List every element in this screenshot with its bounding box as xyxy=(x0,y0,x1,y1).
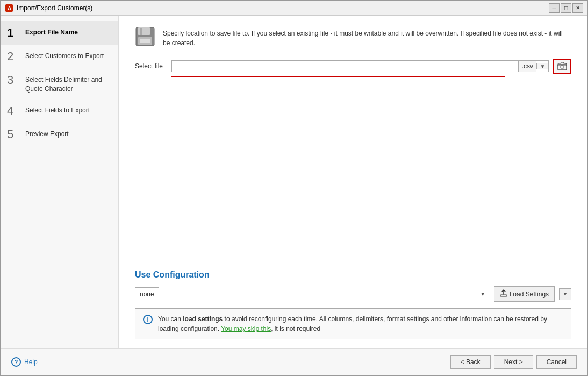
back-button[interactable]: < Back xyxy=(450,355,491,369)
file-browse-button[interactable] xyxy=(553,59,571,74)
config-section: Use Configuration none xyxy=(135,261,571,339)
file-input-wrapper: .csv ▼ xyxy=(171,60,549,72)
svg-rect-4 xyxy=(140,28,142,35)
file-row: Select file .csv ▼ xyxy=(135,59,571,74)
main-content: Specify location to save file to. If you… xyxy=(119,16,587,348)
info-suffix: , it is not required xyxy=(271,325,320,332)
spacer xyxy=(119,88,587,261)
info-bold: load settings xyxy=(183,315,223,323)
window-title: Import/Export Customer(s) xyxy=(17,4,92,12)
step-label-2: Select Customers to Export xyxy=(25,50,104,61)
svg-text:A: A xyxy=(8,5,11,11)
step-label-4: Select Fields to Export xyxy=(25,104,90,115)
svg-rect-3 xyxy=(138,27,150,35)
main-window: A Import/Export Customer(s) ─ ◻ ✕ 1 Expo… xyxy=(0,0,588,376)
title-bar-left: A Import/Export Customer(s) xyxy=(5,4,92,12)
step-number-4: 4 xyxy=(7,104,20,117)
info-prefix: You can xyxy=(158,315,183,323)
minimize-button[interactable]: ─ xyxy=(549,3,560,13)
validation-error-line xyxy=(171,76,505,77)
header-row: Specify location to save file to. If you… xyxy=(135,26,571,48)
footer: ? Help < Back Next > Cancel xyxy=(1,348,587,375)
step-number-2: 2 xyxy=(7,50,20,63)
cancel-button[interactable]: Cancel xyxy=(536,355,577,369)
step-number-5: 5 xyxy=(7,128,20,141)
load-settings-split-button[interactable]: ▼ xyxy=(559,288,571,300)
footer-left: ? Help xyxy=(11,357,38,367)
info-icon: i xyxy=(143,315,153,324)
top-section: Specify location to save file to. If you… xyxy=(119,16,587,88)
close-button[interactable]: ✕ xyxy=(572,3,583,13)
load-settings-label: Load Settings xyxy=(510,290,549,298)
svg-rect-6 xyxy=(140,39,150,43)
info-text: You can load settings to avoid reconfigu… xyxy=(158,314,563,334)
title-bar: A Import/Export Customer(s) ─ ◻ ✕ xyxy=(1,1,587,16)
step-label-1: Export File Name xyxy=(25,26,78,37)
step-label-5: Preview Export xyxy=(25,128,69,139)
sidebar-item-4[interactable]: 4 Select Fields to Export xyxy=(1,99,118,123)
load-settings-button[interactable]: Load Settings xyxy=(494,286,555,302)
sidebar: 1 Export File Name 2 Select Customers to… xyxy=(1,16,119,348)
sidebar-item-1[interactable]: 1 Export File Name xyxy=(1,21,118,45)
next-button[interactable]: Next > xyxy=(494,355,533,369)
window-body: 1 Export File Name 2 Select Customers to… xyxy=(1,16,587,348)
file-label: Select file xyxy=(135,62,167,70)
floppy-disk-icon xyxy=(135,26,155,47)
window-controls: ─ ◻ ✕ xyxy=(549,3,583,13)
header-description: Specify location to save file to. If you… xyxy=(163,26,571,48)
config-dropdown[interactable]: none xyxy=(135,287,159,301)
main-flex: Specify location to save file to. If you… xyxy=(119,16,587,348)
step-number-1: 1 xyxy=(7,26,20,39)
upload-icon xyxy=(500,289,507,299)
skip-link[interactable]: You may skip this xyxy=(221,325,271,332)
bottom-section: Use Configuration none xyxy=(119,261,587,348)
file-path-input[interactable] xyxy=(172,61,518,72)
file-extension: .csv xyxy=(518,61,536,72)
svg-rect-9 xyxy=(500,295,507,296)
help-icon: ? xyxy=(11,357,21,367)
svg-rect-8 xyxy=(561,66,564,68)
config-dropdown-wrapper: none xyxy=(135,287,490,301)
step-number-3: 3 xyxy=(7,74,20,87)
sidebar-item-3[interactable]: 3 Select Fields Delimiter and Quote Char… xyxy=(1,68,118,99)
sidebar-item-2[interactable]: 2 Select Customers to Export xyxy=(1,45,118,68)
app-icon: A xyxy=(5,4,13,12)
info-box: i You can load settings to avoid reconfi… xyxy=(135,308,571,339)
config-title: Use Configuration xyxy=(135,270,571,280)
step-label-3: Select Fields Delimiter and Quote Charac… xyxy=(25,74,112,94)
maximize-button[interactable]: ◻ xyxy=(561,3,571,13)
sidebar-item-5[interactable]: 5 Preview Export xyxy=(1,123,118,146)
help-link[interactable]: Help xyxy=(24,358,38,366)
file-extension-dropdown[interactable]: ▼ xyxy=(536,63,548,69)
config-row: none Load Settings xyxy=(135,286,571,302)
footer-buttons: < Back Next > Cancel xyxy=(450,355,577,369)
